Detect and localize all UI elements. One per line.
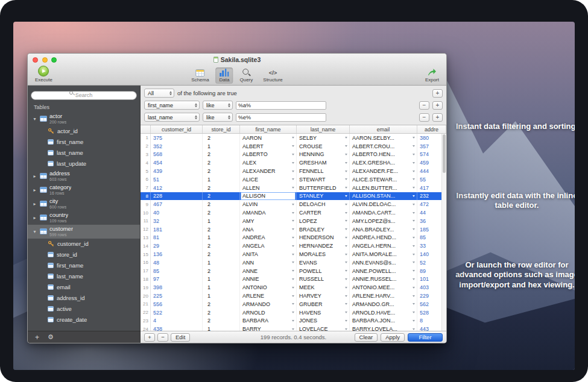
table-row[interactable]: 9 467 2 ALVIN DELOACH ALVIN.DELOAC... 47… xyxy=(141,200,446,208)
sidebar-table-item[interactable]: ▸ address 603 rows xyxy=(28,169,140,183)
cell-email[interactable]: ALEXANDER.FE... xyxy=(350,167,417,175)
disclosure-icon[interactable]: ▸ xyxy=(32,215,37,221)
sidebar-column-item[interactable]: customer_id xyxy=(28,239,140,249)
cell-email[interactable]: ANNE.POWELL... xyxy=(350,267,417,275)
cell-dropdown-icon[interactable] xyxy=(345,254,347,255)
cell-customer-id[interactable]: 136 xyxy=(151,250,203,258)
cell-first-name[interactable]: ALICE xyxy=(240,175,297,184)
sidebar-column-item[interactable]: actor_id xyxy=(28,126,140,137)
cell-last-name[interactable]: GRUBER xyxy=(297,300,350,308)
cell-email[interactable]: ALBERT.CROU... xyxy=(350,142,417,151)
cell-dropdown-icon[interactable] xyxy=(292,171,294,172)
column-header[interactable]: last_name xyxy=(297,125,350,133)
cell-dropdown-icon[interactable] xyxy=(413,312,415,313)
cell-first-name[interactable]: ANNIE xyxy=(240,275,297,284)
cell-dropdown-icon[interactable] xyxy=(292,154,294,155)
cell-dropdown-icon[interactable] xyxy=(292,145,294,147)
column-header[interactable]: email xyxy=(350,125,417,133)
cell-dropdown-icon[interactable] xyxy=(413,287,415,289)
cell-customer-id[interactable]: 81 xyxy=(151,234,203,242)
table-row[interactable]: 20 225 1 ARLENE HARVEY ARLENE.HARV... 22… xyxy=(141,292,446,300)
cell-dropdown-icon[interactable] xyxy=(413,237,415,239)
add-row-button[interactable]: + xyxy=(144,333,155,342)
remove-row-button[interactable]: − xyxy=(157,333,168,342)
cell-customer-id[interactable]: 556 xyxy=(151,300,203,308)
disclosure-icon[interactable]: ▸ xyxy=(32,187,37,193)
cell-customer-id[interactable]: 352 xyxy=(151,142,203,151)
cell-last-name[interactable]: FENNELL xyxy=(297,167,350,175)
cell-customer-id[interactable]: 51 xyxy=(151,175,203,184)
cell-first-name[interactable]: AARON xyxy=(240,134,297,142)
cell-customer-id[interactable]: 454 xyxy=(151,158,203,167)
table-row[interactable]: 18 97 1 ANNIE RUSSELL ANNIE.RUSSEL... 10… xyxy=(141,275,446,284)
cell-dropdown-icon[interactable] xyxy=(413,261,415,263)
cell-last-name[interactable]: LOPEZ xyxy=(297,217,350,225)
cell-customer-id[interactable]: 32 xyxy=(151,217,203,225)
match-select[interactable]: All xyxy=(144,89,174,98)
cell-dropdown-icon[interactable] xyxy=(413,270,415,272)
cell-last-name[interactable]: CARTER xyxy=(297,208,350,217)
cell-first-name[interactable]: ANA xyxy=(240,225,297,234)
table-row[interactable]: 1 375 2 AARON SELBY AARON.SELBY... 380 xyxy=(141,134,446,142)
cell-store-id[interactable]: 2 xyxy=(203,267,240,275)
filter-operator-select[interactable]: like xyxy=(203,113,233,122)
cell-dropdown-icon[interactable] xyxy=(292,187,294,189)
filter-column-select[interactable]: first_name xyxy=(144,101,200,110)
cell-customer-id[interactable]: 522 xyxy=(151,308,203,317)
table-row[interactable]: 17 85 2 ANNE POWELL ANNE.POWELL... 89 xyxy=(141,267,446,275)
table-row[interactable]: 6 51 1 ALICE STEWART ALICE.STEWAR... 55 xyxy=(141,175,446,184)
cell-dropdown-icon[interactable] xyxy=(345,220,347,222)
cell-store-id[interactable]: 2 xyxy=(203,317,240,325)
cell-store-id[interactable]: 1 xyxy=(203,325,240,331)
cell-dropdown-icon[interactable] xyxy=(292,303,294,305)
cell-dropdown-icon[interactable] xyxy=(413,212,415,214)
cell-customer-id[interactable]: 40 xyxy=(151,208,203,217)
cell-last-name[interactable]: DELOACH xyxy=(297,200,350,208)
filter-column-select[interactable]: last_name xyxy=(144,113,200,122)
cell-customer-id[interactable]: 412 xyxy=(151,184,203,192)
cell-dropdown-icon[interactable] xyxy=(292,237,294,239)
cell-customer-id[interactable]: 181 xyxy=(151,225,203,234)
column-header[interactable]: first_name xyxy=(240,125,297,133)
cell-store-id[interactable]: 2 xyxy=(203,151,240,159)
table-row[interactable]: 8 228 2 ALLISON STANLEY ALLISON.STAN... … xyxy=(141,192,446,201)
table-row[interactable]: 2 352 1 ALBERT CROUSE ALBERT.CROU... 357 xyxy=(141,142,446,151)
cell-email[interactable]: ARMANDO.GR... xyxy=(350,300,417,308)
filter-button[interactable]: Filter xyxy=(408,333,443,342)
table-row[interactable]: 16 48 1 ANN EVANS ANN.EVANS@s... 52 xyxy=(141,258,446,267)
cell-dropdown-icon[interactable] xyxy=(345,171,347,172)
cell-store-id[interactable]: 2 xyxy=(203,134,240,142)
table-row[interactable]: 12 181 2 ANA BRADLEY ANA.BRADLEY... 185 xyxy=(141,225,446,234)
cell-email[interactable]: ANNIE.RUSSEL... xyxy=(350,275,417,284)
cell-dropdown-icon[interactable] xyxy=(413,303,415,305)
query-button[interactable]: Query xyxy=(236,67,257,84)
cell-dropdown-icon[interactable] xyxy=(292,137,294,139)
cell-dropdown-icon[interactable] xyxy=(292,328,294,330)
cell-dropdown-icon[interactable] xyxy=(345,145,347,147)
cell-dropdown-icon[interactable] xyxy=(345,278,347,280)
cell-dropdown-icon[interactable] xyxy=(345,187,347,189)
cell-dropdown-icon[interactable] xyxy=(345,328,347,330)
cell-last-name[interactable]: SELBY xyxy=(297,134,350,142)
column-header[interactable]: addre xyxy=(417,125,446,133)
cell-email[interactable]: ALBERTO.HEN... xyxy=(350,151,417,159)
cell-store-id[interactable]: 1 xyxy=(203,275,240,284)
cell-dropdown-icon[interactable] xyxy=(292,295,294,297)
remove-rule-button[interactable]: − xyxy=(419,113,429,122)
cell-email[interactable]: AMY.LOPEZ@s... xyxy=(350,217,417,225)
cell-email[interactable]: BARBARA.JON... xyxy=(350,317,417,325)
cell-dropdown-icon[interactable] xyxy=(292,162,294,164)
table-row[interactable]: 4 454 2 ALEX GRESHAM ALEX.GRESHA... 459 xyxy=(141,158,446,167)
cell-email[interactable]: ANA.BRADLEY... xyxy=(350,225,417,234)
cell-email[interactable]: ANN.EVANS@s... xyxy=(350,258,417,267)
cell-dropdown-icon[interactable] xyxy=(292,278,294,280)
sidebar-column-item[interactable]: first_name xyxy=(28,260,140,271)
cell-customer-id[interactable]: 375 xyxy=(151,134,203,142)
cell-dropdown-icon[interactable] xyxy=(345,270,347,272)
table-row[interactable]: 21 556 2 ARMANDO GRUBER ARMANDO.GR... 56… xyxy=(141,300,446,308)
table-row[interactable]: 7 412 2 ALLEN BUTTERFIELD ALLEN.BUTTER..… xyxy=(141,184,446,192)
cell-dropdown-icon[interactable] xyxy=(413,320,415,322)
cell-store-id[interactable]: 2 xyxy=(203,250,240,258)
gear-icon[interactable]: ⚙ xyxy=(48,334,54,340)
vertical-scrollbar[interactable] xyxy=(441,134,446,331)
